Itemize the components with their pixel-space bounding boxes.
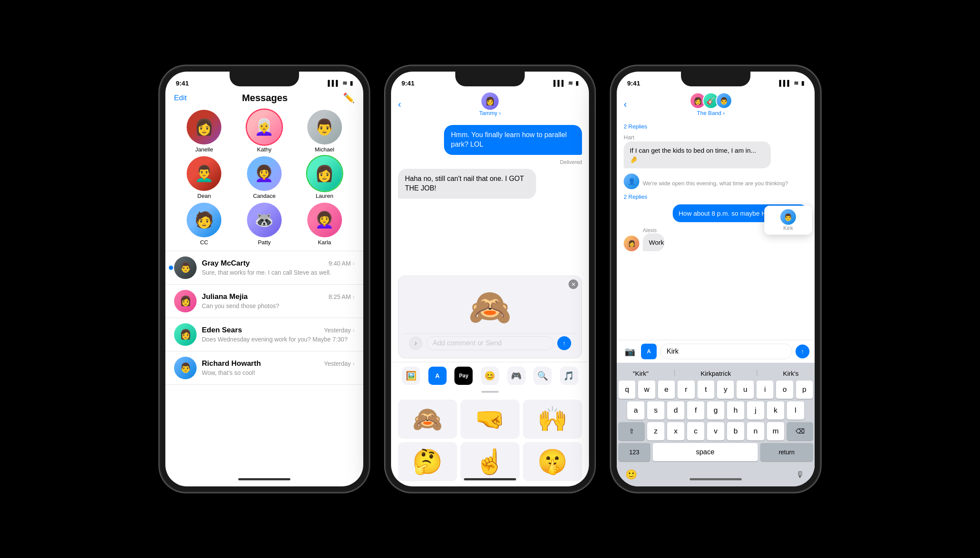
text-input-3[interactable]: Kirk	[660, 344, 792, 359]
key-w[interactable]: w	[638, 381, 655, 399]
avatar-lauren[interactable]: 👩 Lauren	[301, 156, 349, 199]
key-d[interactable]: d	[667, 401, 684, 420]
message-list: 👨 Gray McCarty 9:40 AM › Sure, that work…	[165, 251, 363, 385]
key-row-4: 123 space return	[618, 443, 813, 461]
avatar-candace[interactable]: 👩‍🦱 Candace	[240, 156, 288, 199]
sticker-close-button[interactable]: ✕	[569, 279, 578, 289]
key-t[interactable]: t	[697, 381, 714, 399]
key-b[interactable]: b	[727, 422, 744, 440]
comment-input[interactable]: Add comment or Send	[426, 336, 554, 350]
hart-message-group: Hart If I can get the kids to bed on tim…	[624, 134, 808, 168]
key-x[interactable]: x	[667, 422, 684, 440]
key-h[interactable]: h	[727, 401, 744, 420]
send-sticker-button[interactable]: ↑	[557, 336, 571, 350]
home-indicator-3	[690, 478, 742, 480]
sticker-6[interactable]: 🤫	[523, 442, 582, 481]
key-m[interactable]: m	[767, 422, 784, 440]
key-123[interactable]: 123	[618, 443, 650, 461]
msg-avatar-eden: 👩	[174, 323, 197, 346]
avatar-circle-patty: 🦝	[247, 203, 282, 237]
appstore-button[interactable]: A	[428, 367, 447, 385]
tammy-contact[interactable]: 👩 Tammy ›	[479, 92, 501, 116]
message-item-gray[interactable]: 👨 Gray McCarty 9:40 AM › Sure, that work…	[165, 251, 363, 285]
music-button[interactable]: 🎵	[560, 367, 578, 385]
key-i[interactable]: i	[756, 381, 773, 399]
suggestion-kirkpatrick[interactable]: Kirkpatrick	[697, 369, 734, 378]
replies-label-2[interactable]: 2 Replies	[624, 194, 808, 200]
photos-button[interactable]: 🖼️	[402, 367, 420, 385]
avatar-karla[interactable]: 👩‍🦱 Karla	[301, 203, 349, 246]
memoji-button[interactable]: 😊	[481, 367, 499, 385]
hart-sender-name: Hart	[624, 134, 808, 141]
input-bar-3: 📷 A Kirk ↑	[617, 340, 815, 363]
avatar-patty[interactable]: 🦝 Patty	[240, 203, 288, 246]
send-button-3[interactable]: ↑	[796, 345, 809, 358]
key-j[interactable]: j	[747, 401, 764, 420]
message-item-juliana[interactable]: 👩 Juliana Mejia 8:25 AM › Can you send t…	[165, 285, 363, 318]
avatar-michael[interactable]: 👨 Michael	[301, 110, 349, 153]
key-return[interactable]: return	[760, 443, 813, 461]
sticker-5[interactable]: ☝️	[460, 442, 520, 481]
key-c[interactable]: c	[687, 422, 704, 440]
key-y[interactable]: y	[717, 381, 734, 399]
time-2: 9:41	[401, 79, 414, 87]
avatar-label-dean: Dean	[197, 193, 211, 199]
suggestion-kirks[interactable]: Kirk's	[779, 369, 802, 378]
key-l[interactable]: l	[787, 401, 804, 420]
avatar-cc[interactable]: 🧑 CC	[180, 203, 228, 246]
key-f[interactable]: f	[687, 401, 704, 420]
key-a[interactable]: a	[627, 401, 645, 420]
sticker-4[interactable]: 🤔	[398, 442, 457, 481]
scroll-indicator	[481, 391, 499, 393]
game-button[interactable]: 🎮	[507, 367, 526, 385]
key-p[interactable]: p	[796, 381, 813, 399]
sticker-2[interactable]: 🤜	[460, 400, 520, 439]
bubble-received-job: Haha no, still can't nail that one. I GO…	[398, 169, 536, 199]
suggestion-kirk-quoted[interactable]: "Kirk"	[629, 369, 652, 378]
chat-area-tammy: Hmm. You finally learn how to parallel p…	[391, 120, 589, 272]
status-icons-2: ▌▌▌ ≋ ▮	[553, 80, 579, 86]
appstore-button-3[interactable]: A	[641, 344, 657, 359]
message-item-eden[interactable]: 👩 Eden Sears Yesterday › Does Wednesday …	[165, 318, 363, 351]
emoji-key[interactable]: 🙂	[622, 466, 640, 484]
avatar-label-cc: CC	[200, 239, 208, 246]
back-button-2[interactable]: ‹	[398, 99, 401, 110]
avatar-janelle[interactable]: 👩 Janelle	[180, 110, 228, 153]
avatar-circle-kathy: 👩‍🦳	[247, 110, 282, 144]
msg-name-juliana: Juliana Mejia	[202, 292, 248, 301]
avatar-kathy[interactable]: 👩‍🦳 Kathy	[240, 110, 288, 153]
key-q[interactable]: q	[618, 381, 635, 399]
sticker-3[interactable]: 🙌	[523, 400, 582, 439]
key-backspace[interactable]: ⌫	[787, 422, 813, 440]
compose-button[interactable]: ✏️	[343, 92, 355, 104]
key-u[interactable]: u	[737, 381, 753, 399]
search-apps-button[interactable]: 🔍	[533, 367, 552, 385]
battery-icon-2: ▮	[576, 80, 579, 86]
wifi-icon: ≋	[342, 80, 347, 86]
edit-button[interactable]: Edit	[174, 94, 187, 102]
camera-button-3[interactable]: 📷	[622, 344, 638, 359]
expand-button[interactable]: ›	[409, 336, 423, 350]
hart-bubble: If I can get the kids to bed on time, I …	[624, 141, 771, 168]
message-item-richard[interactable]: 👨 Richard Howarth Yesterday › Wow, that'…	[165, 351, 363, 385]
key-v[interactable]: v	[707, 422, 724, 440]
replies-label-1[interactable]: 2 Replies	[624, 123, 808, 130]
mic-key[interactable]: 🎙	[791, 466, 809, 484]
key-e[interactable]: e	[658, 381, 675, 399]
battery-icon: ▮	[350, 80, 353, 86]
key-z[interactable]: z	[647, 422, 664, 440]
key-o[interactable]: o	[776, 381, 793, 399]
key-space[interactable]: space	[653, 443, 758, 461]
apple-pay-button[interactable]: Pay	[454, 367, 473, 385]
key-shift[interactable]: ⇧	[618, 422, 645, 440]
key-k[interactable]: k	[767, 401, 784, 420]
key-r[interactable]: r	[677, 381, 694, 399]
autocomplete-popup[interactable]: 👨 Kirk	[764, 206, 812, 235]
key-n[interactable]: n	[747, 422, 764, 440]
avatar-dean[interactable]: 👨‍🦱 Dean	[180, 156, 228, 199]
msg-preview-richard: Wow, that's so cool!	[202, 369, 355, 377]
key-s[interactable]: s	[647, 401, 664, 420]
sticker-1[interactable]: 🙈	[398, 400, 457, 439]
key-g[interactable]: g	[707, 401, 724, 420]
back-button-3[interactable]: ‹	[624, 99, 627, 110]
